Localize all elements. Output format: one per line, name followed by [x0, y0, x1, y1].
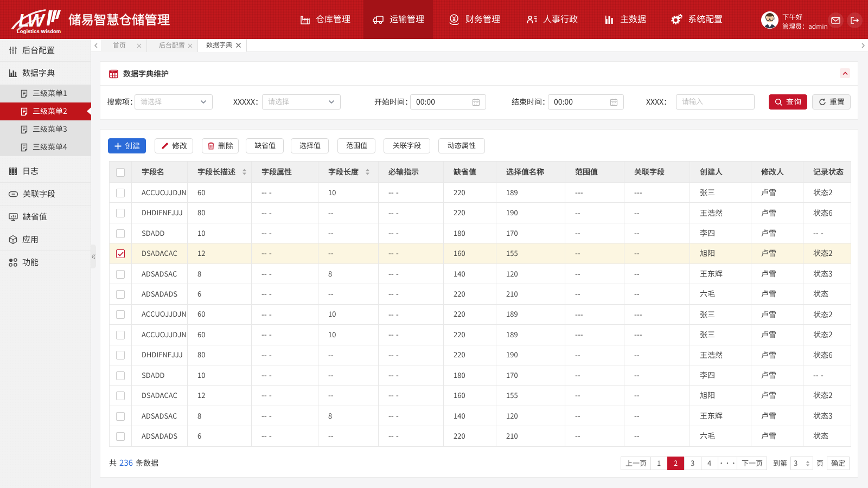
svg-text:Logistics Wisdom: Logistics Wisdom: [17, 28, 61, 34]
svg-text:LW: LW: [18, 10, 46, 30]
